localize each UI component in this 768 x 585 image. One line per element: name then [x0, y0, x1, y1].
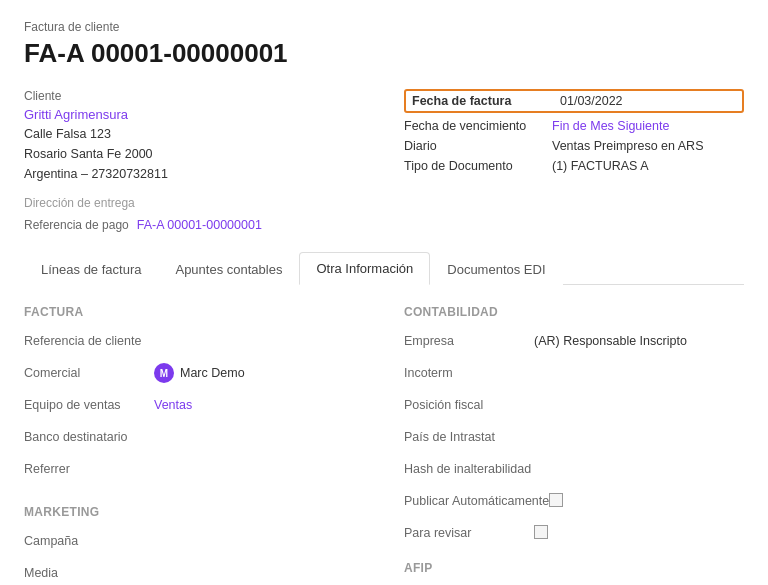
- client-name[interactable]: Gritti Agrimensura: [24, 107, 404, 122]
- referrer-row: Referrer: [24, 457, 364, 481]
- tipo-documento-row: Tipo de Documento (1) FACTURAS A: [404, 159, 744, 173]
- comercial-avatar: M: [154, 363, 174, 383]
- tab-edi[interactable]: Documentos EDI: [430, 252, 562, 285]
- posicion-fiscal-label: Posición fiscal: [404, 398, 534, 412]
- contabilidad-title: Contabilidad: [404, 305, 744, 319]
- pais-intrastat-row: País de Intrastat: [404, 425, 744, 449]
- tab-otra[interactable]: Otra Información: [299, 252, 430, 285]
- delivery-label: Dirección de entrega: [24, 196, 404, 210]
- marketing-title: Marketing: [24, 505, 364, 519]
- campana-row: Campaña: [24, 529, 364, 553]
- fecha-vencimiento-value[interactable]: Fin de Mes Siguiente: [552, 119, 669, 133]
- hash-label: Hash de inalterabilidad: [404, 462, 534, 476]
- para-revisar-checkbox-box[interactable]: [534, 525, 548, 539]
- tab-apuntes[interactable]: Apuntes contables: [158, 252, 299, 285]
- empresa-label: Empresa: [404, 334, 534, 348]
- fecha-factura-row: Fecha de factura 01/03/2022: [404, 89, 744, 113]
- campana-label: Campaña: [24, 534, 154, 548]
- comercial-value[interactable]: M Marc Demo: [154, 363, 245, 383]
- publicar-label: Publicar Automáticamente: [404, 494, 549, 508]
- posicion-fiscal-row: Posición fiscal: [404, 393, 744, 417]
- client-address-line3: Argentina – 27320732811: [24, 164, 404, 184]
- comercial-name: Marc Demo: [180, 366, 245, 380]
- marketing-section: Marketing Campaña Media Origen: [24, 505, 364, 585]
- empresa-row: Empresa (AR) Responsable Inscripto: [404, 329, 744, 353]
- equipo-ventas-value[interactable]: Ventas: [154, 398, 192, 412]
- page-subtitle: Factura de cliente: [24, 20, 744, 34]
- diario-row: Diario Ventas Preimpreso en ARS: [404, 139, 744, 153]
- ref-value[interactable]: FA-A 00001-00000001: [137, 218, 262, 232]
- equipo-ventas-row: Equipo de ventas Ventas: [24, 393, 364, 417]
- hash-row: Hash de inalterabilidad: [404, 457, 744, 481]
- accounting-section: Contabilidad Empresa (AR) Responsable In…: [404, 305, 744, 545]
- fecha-factura-label: Fecha de factura: [412, 94, 552, 108]
- diario-value: Ventas Preimpreso en ARS: [552, 139, 703, 153]
- ref-cliente-row: Referencia de cliente: [24, 329, 364, 353]
- pais-intrastat-label: País de Intrastat: [404, 430, 534, 444]
- fecha-factura-value: 01/03/2022: [560, 94, 623, 108]
- banco-label: Banco destinatario: [24, 430, 154, 444]
- diario-label: Diario: [404, 139, 544, 153]
- comercial-row: Comercial M Marc Demo: [24, 361, 364, 385]
- banco-row: Banco destinatario: [24, 425, 364, 449]
- factura-section-title: Factura: [24, 305, 364, 319]
- right-panel: Contabilidad Empresa (AR) Responsable In…: [404, 305, 744, 585]
- tipo-documento-label: Tipo de Documento: [404, 159, 544, 173]
- publicar-checkbox[interactable]: [549, 493, 563, 510]
- tab-lineas[interactable]: Líneas de factura: [24, 252, 158, 285]
- fecha-vencimiento-row: Fecha de vencimiento Fin de Mes Siguient…: [404, 119, 744, 133]
- media-label: Media: [24, 566, 154, 580]
- equipo-ventas-label: Equipo de ventas: [24, 398, 154, 412]
- publicar-row: Publicar Automáticamente: [404, 489, 744, 513]
- page-title: FA-A 00001-00000001: [24, 38, 744, 69]
- ref-cliente-label: Referencia de cliente: [24, 334, 154, 348]
- media-row: Media: [24, 561, 364, 585]
- client-label: Cliente: [24, 89, 404, 103]
- afip-title: AFIP: [404, 561, 744, 575]
- incoterm-row: Incoterm: [404, 361, 744, 385]
- comercial-label: Comercial: [24, 366, 154, 380]
- para-revisar-label: Para revisar: [404, 526, 534, 540]
- incoterm-label: Incoterm: [404, 366, 534, 380]
- ref-label: Referencia de pago: [24, 218, 129, 232]
- para-revisar-checkbox[interactable]: [534, 525, 548, 542]
- publicar-checkbox-box[interactable]: [549, 493, 563, 507]
- afip-section: AFIP Concepto AFIP Services Fecha del Se…: [404, 561, 744, 585]
- client-address-line1: Calle Falsa 123: [24, 124, 404, 144]
- fecha-vencimiento-label: Fecha de vencimiento: [404, 119, 544, 133]
- left-panel: Factura Referencia de cliente Comercial …: [24, 305, 404, 585]
- tipo-documento-value: (1) FACTURAS A: [552, 159, 649, 173]
- client-address-line2: Rosario Santa Fe 2000: [24, 144, 404, 164]
- referrer-label: Referrer: [24, 462, 154, 476]
- empresa-value: (AR) Responsable Inscripto: [534, 334, 687, 348]
- tab-bar: Líneas de factura Apuntes contables Otra…: [24, 252, 744, 285]
- para-revisar-row: Para revisar: [404, 521, 744, 545]
